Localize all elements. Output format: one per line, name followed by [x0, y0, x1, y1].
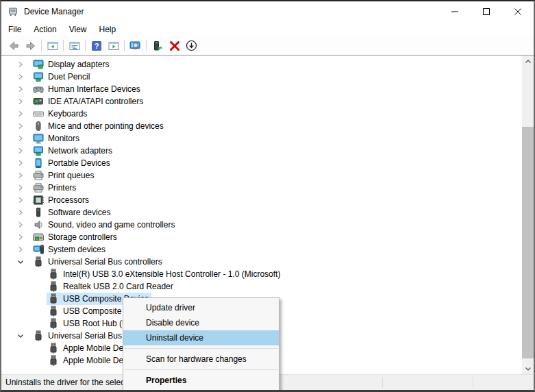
usb-icon [48, 269, 59, 280]
forward-icon [25, 40, 36, 51]
chevron-right-icon[interactable] [15, 84, 26, 95]
monitor-device-icon [33, 71, 44, 82]
scroll-up-icon[interactable] [522, 56, 534, 67]
system-device-icon [33, 244, 44, 255]
toolbar: ? [1, 36, 534, 56]
tree-item-portable-devices[interactable]: Portable Devices [1, 157, 534, 169]
chevron-right-icon[interactable] [15, 108, 26, 119]
statusbar-divider [473, 377, 473, 388]
chevron-right-icon[interactable] [15, 232, 26, 243]
chevron-right-icon[interactable] [15, 133, 26, 144]
chevron-right-icon[interactable] [15, 71, 26, 82]
chevron-down-icon[interactable] [15, 256, 26, 267]
scan-hardware-icon [129, 40, 141, 51]
chevron-down-icon[interactable] [15, 330, 26, 341]
speaker-icon [33, 219, 44, 230]
chevron-right-icon[interactable] [15, 59, 26, 70]
forward-button[interactable] [22, 38, 39, 53]
toolbar-separator [41, 40, 42, 51]
cpu-icon [33, 195, 44, 206]
menu-action[interactable]: Action [27, 23, 62, 36]
disable-device-button[interactable] [183, 38, 200, 53]
title-bar: Device Manager [1, 1, 534, 22]
usb-icon [48, 293, 59, 304]
scrollbar-thumb[interactable] [522, 127, 534, 358]
mouse-icon [33, 121, 44, 132]
properties-button[interactable] [66, 38, 83, 53]
chevron-right-icon[interactable] [15, 244, 26, 255]
close-button[interactable] [502, 1, 534, 22]
printer-icon [33, 170, 44, 181]
show-action-pane-button[interactable] [105, 38, 122, 53]
tree-item-print-queues[interactable]: Print queues [1, 169, 534, 182]
usb-icon [48, 306, 59, 317]
svg-text:?: ? [94, 42, 99, 50]
device-manager-window: Device Manager File Action View Help [0, 0, 535, 392]
controller-card-icon [33, 96, 44, 107]
tree-item-usb-controllers[interactable]: Universal Serial Bus controllers [1, 256, 534, 268]
maximize-button[interactable] [471, 1, 502, 22]
tree-item-mice[interactable]: Mice and other pointing devices [1, 120, 534, 132]
usb-icon [33, 330, 44, 341]
menu-item-update-driver[interactable]: Update driver [123, 300, 279, 315]
tree-item-storage-controllers[interactable]: Storage controllers [1, 231, 534, 243]
portable-device-icon [33, 158, 44, 169]
tree-item-realtek-card-reader[interactable]: Realtek USB 2.0 Card Reader [1, 280, 534, 293]
uninstall-device-icon [169, 40, 180, 51]
tree-item-intel-usb-controller[interactable]: Intel(R) USB 3.0 eXtensible Host Control… [1, 268, 534, 280]
printer-icon [33, 182, 44, 193]
toolbar-separator [63, 40, 64, 51]
menu-item-uninstall-device[interactable]: Uninstall device [123, 330, 279, 345]
show-console-tree-button[interactable] [44, 38, 61, 53]
vertical-scrollbar[interactable] [522, 56, 534, 374]
uninstall-device-button[interactable] [166, 38, 183, 53]
toolbar-separator [146, 40, 147, 51]
scan-hardware-button[interactable] [127, 38, 144, 53]
back-icon [8, 40, 19, 51]
minimize-icon [451, 8, 459, 16]
tree-item-keyboards[interactable]: Keyboards [1, 108, 534, 120]
menu-help[interactable]: Help [93, 23, 123, 36]
tree-item-human-interface-devices[interactable]: Human Interface Devices [1, 83, 534, 95]
disable-device-icon [186, 40, 197, 51]
chevron-right-icon[interactable] [15, 96, 26, 107]
minimize-button[interactable] [439, 1, 471, 22]
tree-item-duet-pencil[interactable]: Duet Pencil [1, 71, 534, 83]
menu-separator [124, 369, 278, 370]
storage-controller-icon [33, 232, 44, 243]
update-driver-button[interactable] [149, 38, 166, 53]
usb-icon [48, 318, 59, 329]
tree-item-system-devices[interactable]: System devices [1, 243, 534, 256]
tree-item-display-adapters[interactable]: Display adapters [1, 58, 534, 71]
tree-item-network-adapters[interactable]: Network adapters [1, 145, 534, 157]
maximize-icon [482, 8, 490, 16]
chevron-right-icon[interactable] [15, 219, 26, 230]
tree-item-ide-controllers[interactable]: IDE ATA/ATAPI controllers [1, 95, 534, 108]
menu-item-disable-device[interactable]: Disable device [123, 315, 279, 330]
chevron-right-icon[interactable] [15, 145, 26, 156]
chevron-right-icon[interactable] [15, 207, 26, 218]
tree-item-software-devices[interactable]: Software devices [1, 206, 534, 219]
chevron-right-icon[interactable] [15, 158, 26, 169]
chevron-right-icon[interactable] [15, 170, 26, 181]
tree-item-sound-controllers[interactable]: Sound, video and game controllers [1, 219, 534, 231]
software-device-icon [33, 207, 44, 218]
properties-window-icon [69, 40, 80, 51]
chevron-right-icon[interactable] [15, 182, 26, 193]
chevron-right-icon[interactable] [15, 195, 26, 206]
menu-item-properties[interactable]: Properties [123, 373, 279, 388]
back-button[interactable] [5, 38, 22, 53]
menu-file[interactable]: File [2, 23, 27, 36]
display-adapter-icon [33, 59, 44, 70]
menu-item-scan-hardware-changes[interactable]: Scan for hardware changes [123, 352, 279, 367]
chevron-right-icon[interactable] [15, 121, 26, 132]
tree-item-processors[interactable]: Processors [1, 194, 534, 206]
tree-item-printers[interactable]: Printers [1, 182, 534, 194]
usb-icon [48, 355, 59, 366]
tree-item-monitors[interactable]: Monitors [1, 132, 534, 145]
help-button[interactable]: ? [88, 38, 105, 53]
show-console-tree-icon [47, 40, 58, 51]
menu-separator [124, 348, 278, 349]
scroll-down-icon[interactable] [522, 363, 534, 374]
menu-view[interactable]: View [63, 23, 93, 36]
